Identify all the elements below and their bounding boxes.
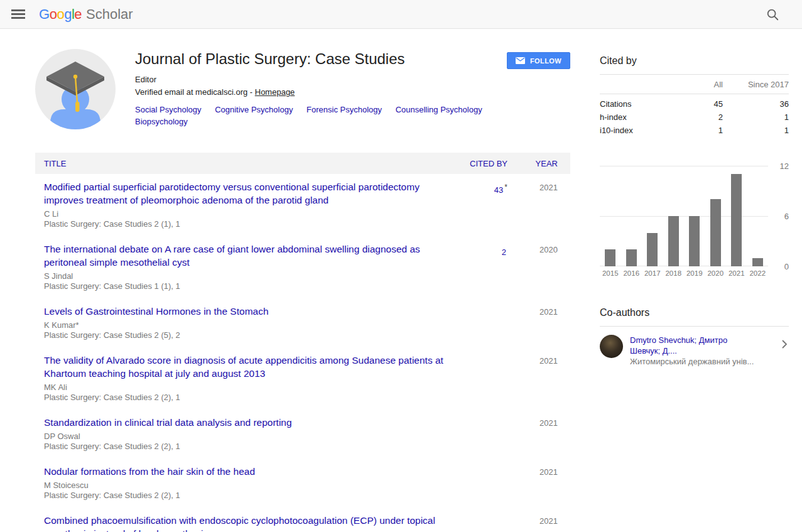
chart-x-tick-label: 2019 xyxy=(684,269,705,277)
articles-table: TITLE CITED BY YEAR Modified partial sup… xyxy=(35,153,570,532)
chart-x-tick-label: 2015 xyxy=(600,269,621,277)
chart-bar-2015[interactable] xyxy=(605,249,615,266)
article-row: Modified partial superficial parotidecto… xyxy=(35,174,570,236)
cited-by-heading[interactable]: Cited by xyxy=(600,55,789,67)
search-icon[interactable] xyxy=(766,8,779,21)
citations-chart-plot xyxy=(600,166,768,266)
logo-letter: G xyxy=(39,6,50,22)
y-tick-label: 0 xyxy=(784,262,789,271)
article-main: Nodular formations from the hair skin of… xyxy=(44,465,445,501)
article-cited-by: 43* xyxy=(445,180,507,229)
chart-bar-2017[interactable] xyxy=(647,233,658,266)
profile-header: Journal of Plastic Surgery: Case Studies… xyxy=(35,49,570,129)
logo-letter: g xyxy=(64,6,72,22)
article-year: 2021 xyxy=(507,416,558,452)
chart-x-tick-label: 2017 xyxy=(642,269,663,277)
article-title-link[interactable]: Modified partial superficial parotidecto… xyxy=(44,180,445,207)
column-header-title[interactable]: TITLE xyxy=(44,159,445,168)
articles-table-header: TITLE CITED BY YEAR xyxy=(35,153,570,174)
citations-chart-xlabels: 20152016201720182019202020212022 xyxy=(600,269,768,277)
chart-bar-2018[interactable] xyxy=(668,216,679,266)
follow-button-label: FOLLOW xyxy=(530,57,561,65)
article-title-link[interactable]: Nodular formations from the hair skin of… xyxy=(44,465,445,478)
profile-name: Journal of Plastic Surgery: Case Studies xyxy=(135,50,524,68)
article-venue: Plastic Surgery: Case Studies 2 (2), 1 xyxy=(44,442,445,452)
chart-bar-2019[interactable] xyxy=(689,216,700,266)
interest-link-forensic-psychology[interactable]: Forensic Psychology xyxy=(306,105,382,114)
top-bar: Google Scholar xyxy=(0,0,802,29)
stats-row-h-index: h-index 2 1 xyxy=(600,111,789,124)
citations-chart: 12 6 0 20152016201720182019202020212022 xyxy=(600,166,789,277)
sidebar: Cited by All Since 2017 Citations 45 36 … xyxy=(600,29,789,367)
article-year: 2021 xyxy=(507,465,558,501)
interest-link-cognitive-psychology[interactable]: Cognitive Psychology xyxy=(215,105,293,114)
chart-bar-2020[interactable] xyxy=(710,199,721,266)
chart-bar-slot xyxy=(684,166,705,266)
article-row: The international debate on A rare case … xyxy=(35,236,570,298)
google-scholar-logo[interactable]: Google Scholar xyxy=(39,6,133,23)
article-title-link[interactable]: Combined phacoemulsification with endosc… xyxy=(44,514,445,532)
homepage-link[interactable]: Homepage xyxy=(255,87,295,97)
article-venue: Plastic Surgery: Case Studies 2 (1), 1 xyxy=(44,219,445,229)
article-main: Combined phacoemulsification with endosc… xyxy=(44,514,445,532)
article-title-link[interactable]: Levels of Gastrointestinal Hormones in t… xyxy=(44,305,445,318)
article-main: The international debate on A rare case … xyxy=(44,242,445,291)
article-year: 2021 xyxy=(507,354,558,403)
profile-info: Journal of Plastic Surgery: Case Studies… xyxy=(135,49,524,129)
envelope-icon xyxy=(516,57,525,64)
logo-letter: o xyxy=(50,6,57,22)
stats-value-all: 1 xyxy=(656,126,723,135)
cited-by-count-link[interactable]: 2 xyxy=(502,247,506,257)
article-row: Standardization in clinical trial data a… xyxy=(35,410,570,459)
interest-link-social-psychology[interactable]: Social Psychology xyxy=(135,105,202,114)
stats-label: Citations xyxy=(600,99,656,109)
article-venue: Plastic Surgery: Case Studies 1 (1), 1 xyxy=(44,281,445,291)
article-row: The validity of Alvarado score in diagno… xyxy=(35,347,570,410)
follow-button[interactable]: FOLLOW xyxy=(507,52,570,69)
column-header-cited-by[interactable]: CITED BY xyxy=(445,159,507,168)
article-venue: Plastic Surgery: Case Studies 2 (2), 1 xyxy=(44,491,445,501)
article-title-link[interactable]: The validity of Alvarado score in diagno… xyxy=(44,354,445,380)
chevron-right-icon[interactable] xyxy=(780,340,789,349)
column-header-year[interactable]: YEAR xyxy=(507,159,558,168)
article-authors: M Stoicescu xyxy=(44,480,445,491)
article-authors: S Jindal xyxy=(44,271,445,281)
logo-google-letters: Google xyxy=(39,6,82,23)
chart-y-axis: 12 6 0 xyxy=(772,166,789,266)
article-cited-by xyxy=(445,465,507,501)
interest-link-biopsychology[interactable]: Biopsychology xyxy=(135,117,188,126)
article-title-link[interactable]: The international debate on A rare case … xyxy=(44,242,445,269)
stats-value-since: 1 xyxy=(723,126,789,135)
article-authors: K Kumar* xyxy=(44,320,445,330)
citations-chart-bars xyxy=(600,166,768,266)
cited-by-count-link[interactable]: 43 xyxy=(494,185,503,195)
article-title-link[interactable]: Standardization in clinical trial data a… xyxy=(44,416,445,429)
article-row: Combined phacoemulsification with endosc… xyxy=(35,508,570,532)
article-authors: C Li xyxy=(44,209,445,219)
chart-bar-slot xyxy=(621,166,642,266)
chart-x-tick-label: 2018 xyxy=(663,269,685,277)
chart-bar-2016[interactable] xyxy=(626,249,637,266)
profile-role: Editor xyxy=(135,75,524,84)
stats-value-since: 1 xyxy=(723,112,789,122)
menu-icon[interactable] xyxy=(6,3,30,26)
article-year: 2021 xyxy=(507,180,558,229)
article-authors: MK Ali xyxy=(44,383,445,393)
article-year: 2021 xyxy=(507,514,558,532)
coauthor-text: Dmytro Shevchuk; Дмитро Шевчук; Д.... Жи… xyxy=(630,335,754,367)
article-main: Modified partial superficial parotidecto… xyxy=(44,180,445,229)
citation-stats-table: All Since 2017 Citations 45 36 h-index 2… xyxy=(600,75,789,141)
stats-value-since: 36 xyxy=(723,99,789,109)
interest-link-counselling-psychology[interactable]: Counselling Psychology xyxy=(396,105,482,114)
article-cited-by xyxy=(445,354,507,403)
stats-value-all: 45 xyxy=(656,99,723,109)
chart-x-tick-label: 2020 xyxy=(705,269,727,277)
coauthor-name-link[interactable]: Dmytro Shevchuk; Дмитро Шевчук; Д.... xyxy=(630,335,754,356)
stats-row-citations: Citations 45 36 xyxy=(600,97,789,111)
chart-bar-slot xyxy=(726,166,747,266)
profile-avatar xyxy=(35,49,116,129)
chart-bar-2022[interactable] xyxy=(752,258,763,266)
coauthor-item[interactable]: Dmytro Shevchuk; Дмитро Шевчук; Д.... Жи… xyxy=(600,327,789,367)
interests-list: Social Psychology Cognitive Psychology F… xyxy=(135,104,524,128)
chart-bar-2021[interactable] xyxy=(731,174,742,266)
